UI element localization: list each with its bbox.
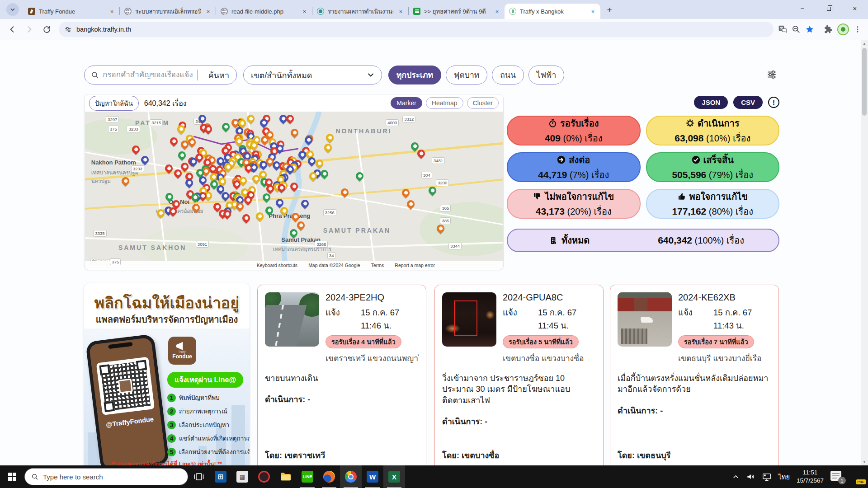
heatmap-view-button[interactable]: Heatmap <box>426 97 463 109</box>
stat-inprogress-card[interactable]: ดำเนินการ 63,098 (10%) เรื่อง <box>646 116 780 145</box>
stat-forwarded-card[interactable]: ส่งต่อ 44,719 (7%) เรื่อง <box>507 152 641 182</box>
map-marker[interactable] <box>339 187 350 198</box>
map-marker[interactable] <box>324 132 335 143</box>
promo-banner[interactable]: พลิกโฉมให้เมืองน่าอยู่ แพลตฟอร์มบริหารจั… <box>84 283 250 465</box>
map-marker[interactable] <box>322 142 333 153</box>
translate-icon[interactable] <box>778 25 787 34</box>
export-csv-button[interactable]: CSV <box>733 96 763 109</box>
map-marker[interactable] <box>130 144 141 155</box>
advanced-filter-button[interactable] <box>766 69 778 80</box>
tab-close-icon[interactable]: × <box>108 8 116 15</box>
map-marker[interactable] <box>264 205 274 216</box>
tab-close-icon[interactable]: × <box>301 8 308 15</box>
page-scrollbar[interactable]: ▲ ▼ <box>861 40 868 465</box>
taskbar-word[interactable]: W <box>362 465 383 488</box>
map-marker[interactable] <box>416 148 427 159</box>
report-card[interactable]: 2024-GPUA8C แจ้ง15 ก.ค. 67 11:45 น. รอรั… <box>434 285 604 465</box>
taskbar-chrome[interactable] <box>340 465 362 488</box>
tab-close-icon[interactable]: × <box>589 8 597 15</box>
tab-search-button[interactable] <box>6 3 19 16</box>
tab-read-file[interactable]: read-file-middle.php × <box>216 4 312 19</box>
volume-icon[interactable] <box>746 472 755 481</box>
tab-close-icon[interactable]: × <box>493 8 501 15</box>
menu-kebab-icon[interactable] <box>854 25 862 33</box>
info-warning-icon[interactable]: ! <box>768 97 779 108</box>
map-marker[interactable] <box>288 227 299 238</box>
profile-avatar[interactable] <box>837 23 849 35</box>
map-marker[interactable] <box>290 211 301 222</box>
reload-button[interactable] <box>39 22 54 37</box>
maximize-button[interactable] <box>816 0 842 16</box>
scroll-down-arrow[interactable]: ▼ <box>861 458 868 465</box>
keyboard-shortcuts-link[interactable]: Keyboard shortcuts <box>257 263 297 268</box>
map-marker[interactable] <box>285 113 296 124</box>
stat-done-card[interactable]: เสร็จสิ้น 505,596 (79%) เรื่อง <box>646 152 780 182</box>
tab-traffy-bangkok-active[interactable]: Traffy x Bangkok × <box>505 4 600 19</box>
map-marker[interactable] <box>319 169 330 179</box>
map-marker[interactable] <box>245 113 256 124</box>
tab-sarabun[interactable]: ระบบสารบรรณอิเล็กทรอนิกส์ขอ × <box>120 4 216 19</box>
stat-unsatisfied-card[interactable]: ไม่พอใจการแก้ไข 43,173 (20%) เรื่อง <box>507 189 641 219</box>
close-button[interactable]: × <box>842 0 868 16</box>
site-info-icon[interactable] <box>64 26 72 33</box>
map-marker[interactable] <box>190 202 201 213</box>
taskbar-calculator[interactable]: ▦ <box>231 465 253 488</box>
forward-button[interactable] <box>22 22 37 37</box>
zoom-icon[interactable] <box>792 25 801 34</box>
report-card[interactable]: 2024-KE62XB แจ้ง15 ก.ค. 67 11:43 น. รอรั… <box>610 285 779 465</box>
new-tab-button[interactable]: + <box>603 4 616 16</box>
task-view-button[interactable] <box>188 465 210 488</box>
taskbar-file-explorer[interactable] <box>275 465 297 488</box>
stat-satisfied-card[interactable]: พอใจการแก้ไข 177,162 (80%) เรื่อง <box>646 189 780 219</box>
address-bar[interactable]: bangkok.traffy.in.th <box>59 22 774 37</box>
search-button[interactable]: ค้นหา <box>201 69 236 82</box>
scroll-up-arrow[interactable]: ▲ <box>861 40 868 47</box>
map-marker[interactable] <box>241 213 251 224</box>
language-indicator[interactable]: ไทย <box>778 472 790 482</box>
network-icon[interactable] <box>762 472 772 481</box>
taskbar-clock[interactable]: 11:51 15/7/2567 <box>797 469 824 484</box>
map-marker[interactable] <box>400 188 411 198</box>
map-marker[interactable] <box>139 154 150 165</box>
map-marker[interactable] <box>289 181 300 192</box>
map-marker[interactable] <box>289 127 300 138</box>
map-marker[interactable] <box>295 220 306 230</box>
bookmark-star-icon[interactable] <box>805 25 814 34</box>
taskbar-line[interactable]: LINE <box>297 465 318 488</box>
taskbar-search[interactable]: Type here to search <box>24 468 188 485</box>
nearby-issues-chip[interactable]: ปัญหาใกล้ฉัน <box>89 96 139 111</box>
tab-traffy-fondue[interactable]: Traffy Fondue × <box>24 4 119 19</box>
search-input[interactable] <box>103 70 193 80</box>
taskbar-opera[interactable] <box>253 465 275 488</box>
map-marker[interactable] <box>168 136 179 147</box>
tab-close-icon[interactable]: × <box>204 8 212 15</box>
cluster-view-button[interactable]: Cluster <box>467 97 499 109</box>
map-marker[interactable] <box>354 170 365 181</box>
map-canvas[interactable]: Google Keyboard shortcuts Map data ©2024… <box>85 112 503 269</box>
scrollbar-thumb[interactable] <box>862 48 867 116</box>
map-marker[interactable] <box>164 192 175 202</box>
category-all-button[interactable]: ทุกประเภท <box>388 66 441 84</box>
map-marker[interactable] <box>254 211 265 222</box>
taskbar-firefox[interactable] <box>318 465 340 488</box>
start-button[interactable] <box>0 465 24 488</box>
category-electric-button[interactable]: ไฟฟ้า <box>528 66 564 84</box>
terms-link[interactable]: Terms <box>371 263 384 268</box>
map-marker[interactable] <box>220 122 231 132</box>
category-road-button[interactable]: ถนน <box>492 66 524 84</box>
category-footpath-button[interactable]: ฟุตบาท <box>446 66 487 84</box>
map-marker[interactable] <box>176 150 187 160</box>
export-json-button[interactable]: JSON <box>694 96 728 109</box>
tab-strategy[interactable]: >> ยุทธศาสตร์ 9ด้าน 9ดี × <box>409 4 505 19</box>
map-marker[interactable] <box>120 175 131 186</box>
report-card[interactable]: 2024-3PE2HQ แจ้ง15 ก.ค. 67 11:46 น. รอรั… <box>257 285 426 465</box>
taskbar-store[interactable]: ⊞ <box>210 465 231 488</box>
copilot-button[interactable]: PRE <box>851 470 863 483</box>
hidden-icons-chevron[interactable] <box>732 474 739 480</box>
map-marker[interactable] <box>300 198 311 209</box>
back-button[interactable] <box>5 22 20 37</box>
stat-pending-card[interactable]: รอรับเรื่อง 409 (0%) เรื่อง <box>507 116 641 145</box>
map-marker[interactable] <box>435 223 446 234</box>
tab-report[interactable]: รายงานผลการดำเนินงานตาม K × <box>312 4 408 19</box>
taskbar-excel[interactable]: X <box>383 465 405 488</box>
